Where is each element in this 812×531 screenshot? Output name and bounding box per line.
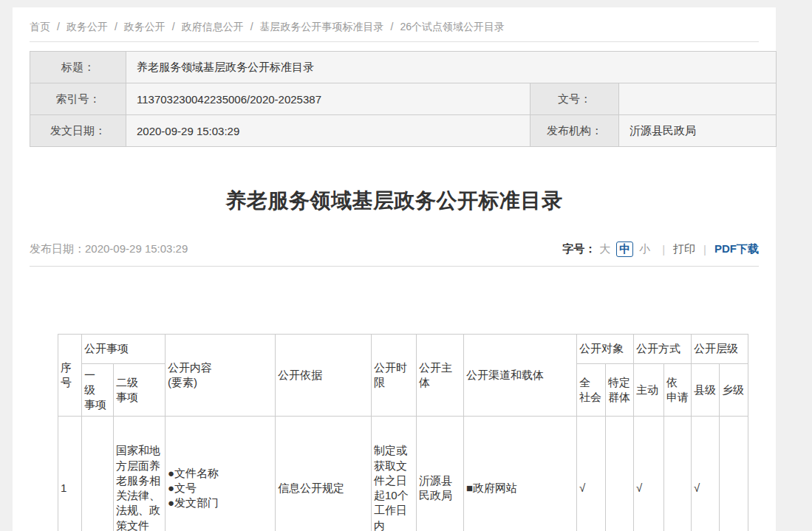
cell-level2-item: 国家和地方层面养老服务相关法律、法规、政策文件 [114,417,166,531]
breadcrumb-separator: / [391,21,394,32]
meta-docnum-label: 文号： [530,83,619,115]
cell-basis: 信息公开规定 [276,417,372,531]
breadcrumb-item-zhengwu-2[interactable]: 政务公开 [124,21,166,32]
page: 首页/政务公开/政务公开/政府信息公开/基层政务公开事项标准目录/26个试点领域… [0,0,812,531]
col-header-on-request: 依 申请 [664,364,692,417]
breadcrumb-item-home[interactable]: 首页 [30,21,50,32]
breadcrumb-separator: / [115,21,117,32]
control-separator: | [703,243,706,256]
standards-catalog-table: 序号 公开事项 公开内容 (要素) 公开依据 公开时限 公开主体 公开渠道和载体… [58,334,748,531]
breadcrumb-item-gov-info[interactable]: 政府信息公开 [182,21,244,32]
col-header-level2-item: 二级 事项 [114,364,166,417]
cell-content: ●文件名称 ●文号 ●发文部门 [166,417,276,531]
meta-date-value: 2020-09-29 15:03:29 [126,115,530,147]
table-row: 1 国家和地方层面养老服务相关法律、法规、政策文件 ●文件名称 ●文号 ●发文部… [58,417,748,531]
cell-specific-groups [606,417,634,531]
article-controls: 字号： 大 中 小 | 打印 | PDF下载 [562,241,759,257]
cell-on-request [664,417,692,531]
meta-title-value: 养老服务领域基层政务公开标准目录 [126,52,777,83]
publish-date-value: 2020-09-29 15:03:29 [85,242,188,255]
breadcrumb: 首页/政务公开/政务公开/政府信息公开/基层政务公开事项标准目录/26个试点领域… [30,21,759,34]
breadcrumb-item-zhengwu-1[interactable]: 政务公开 [66,21,108,32]
breadcrumb-separator: / [250,21,253,32]
breadcrumb-separator: / [57,21,60,32]
article-divider [30,266,759,267]
cell-proactive: √ [634,417,664,531]
cell-subject: 沂源县民政局 [417,417,464,531]
col-header-township-level: 乡级 [720,364,748,417]
cell-county-level: √ [692,417,720,531]
meta-agency-value: 沂源县民政局 [619,115,777,147]
font-size-medium-button[interactable]: 中 [616,241,633,257]
cell-level1-item [82,417,114,531]
meta-docnum-value [619,83,777,115]
col-header-proactive: 主动 [634,364,664,417]
page-title: 养老服务领域基层政务公开标准目录 [13,187,776,215]
cell-serial: 1 [58,417,82,531]
meta-index-value: 113703230042235006/2020-2025387 [126,83,530,115]
col-header-disclosure-items: 公开事项 [82,335,166,364]
document-meta-table: 标题： 养老服务领域基层政务公开标准目录 索引号： 11370323004223… [30,51,777,147]
publish-date-label: 发布日期： [30,242,85,255]
breadcrumb-divider [30,41,759,42]
meta-row-date: 发文日期： 2020-09-29 15:03:29 发布机构： 沂源县民政局 [30,115,777,147]
cell-whole-society: √ [577,417,606,531]
meta-row-title: 标题： 养老服务领域基层政务公开标准目录 [30,52,777,83]
col-header-level: 公开层级 [692,335,748,364]
col-header-time-limit: 公开时限 [372,335,417,417]
col-header-method: 公开方式 [634,335,692,364]
control-separator: | [662,243,665,256]
meta-row-index: 索引号： 113703230042235006/2020-2025387 文号： [30,83,777,115]
breadcrumb-item-pilot-catalog[interactable]: 26个试点领域公开目录 [400,21,505,32]
col-header-county-level: 县级 [692,364,720,417]
col-header-basis: 公开依据 [276,335,372,417]
col-header-level1-item: 一 级 事项 [82,364,114,417]
cell-channel: ■政府网站 [464,417,577,531]
meta-index-label: 索引号： [30,83,126,115]
publish-date: 发布日期：2020-09-29 15:03:29 [30,242,188,256]
meta-agency-label: 发布机构： [530,115,619,147]
col-header-content: 公开内容 (要素) [166,335,276,417]
font-size-label: 字号： [562,242,596,256]
meta-date-label: 发文日期： [30,115,126,147]
col-header-serial: 序号 [58,335,82,417]
print-button[interactable]: 打印 [673,242,695,256]
font-size-large-button[interactable]: 大 [599,242,610,256]
breadcrumb-item-standard-catalog[interactable]: 基层政务公开事项标准目录 [260,21,384,32]
breadcrumb-separator: / [172,21,175,32]
col-header-channel: 公开渠道和载体 [464,335,577,417]
cell-time-limit: 制定或获取文件之日起10个工作日内 [372,417,417,531]
table-header-row-1: 序号 公开事项 公开内容 (要素) 公开依据 公开时限 公开主体 公开渠道和载体… [58,335,748,364]
content-card: 首页/政务公开/政务公开/政府信息公开/基层政务公开事项标准目录/26个试点领域… [13,7,776,531]
col-header-audience: 公开对象 [577,335,634,364]
col-header-specific-groups: 特定 群体 [606,364,634,417]
publish-info-row: 发布日期：2020-09-29 15:03:29 字号： 大 中 小 | 打印 … [30,240,759,258]
col-header-subject: 公开主体 [417,335,464,417]
meta-title-label: 标题： [30,52,126,83]
font-size-small-button[interactable]: 小 [639,242,650,256]
cell-township-level [720,417,748,531]
col-header-whole-society: 全 社会 [577,364,606,417]
pdf-download-button[interactable]: PDF下载 [714,242,759,256]
